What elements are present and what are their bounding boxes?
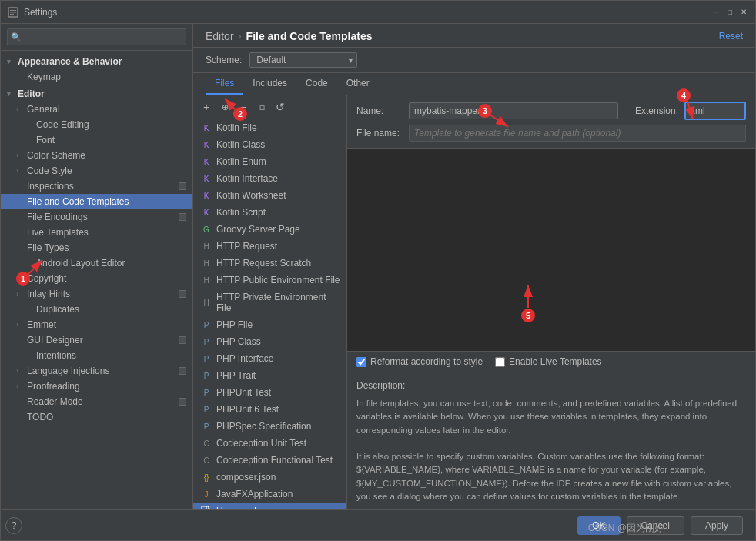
- filename-input[interactable]: [409, 125, 746, 142]
- enable-live-checkbox[interactable]: [495, 357, 505, 367]
- minimize-button[interactable]: ─: [711, 7, 721, 18]
- scheme-select[interactable]: Default Project: [249, 52, 357, 68]
- reformat-checkbox[interactable]: [356, 357, 366, 367]
- list-item[interactable]: G Groovy Server Page: [193, 221, 346, 238]
- tabs-row: Files Includes Code Other: [193, 73, 755, 95]
- sidebar-item-language-injections[interactable]: Language Injections: [1, 363, 192, 379]
- window-title: Settings: [24, 7, 711, 18]
- sidebar-item-file-code-templates[interactable]: File and Code Templates: [1, 194, 192, 209]
- list-item[interactable]: H HTTP Public Environment File: [193, 272, 346, 289]
- list-item-unnamed[interactable]: Unnamed: [193, 503, 346, 509]
- copy-template-button[interactable]: ⊕: [216, 99, 233, 115]
- list-item[interactable]: C Codeception Unit Test: [193, 435, 346, 452]
- sidebar: 🔍 Appearance & Behavior Keymap Editor: [1, 24, 193, 509]
- name-input[interactable]: [409, 102, 618, 119]
- sidebar-item-file-encodings[interactable]: File Encodings: [1, 209, 192, 225]
- help-button[interactable]: ?: [5, 517, 22, 534]
- list-item[interactable]: P PHPUnit Test: [193, 384, 346, 401]
- sidebar-item-proofreading[interactable]: Proofreading: [1, 379, 192, 394]
- sidebar-item-general[interactable]: General: [1, 102, 192, 117]
- reformat-checkbox-label[interactable]: Reformat according to style: [356, 356, 483, 367]
- editor-options: Reformat according to style Enable Live …: [347, 351, 755, 372]
- list-item[interactable]: P PHPSpec Specification: [193, 418, 346, 435]
- tab-files[interactable]: Files: [206, 73, 243, 95]
- filename-label: File name:: [356, 128, 403, 139]
- sidebar-item-duplicates[interactable]: Duplicates: [1, 302, 192, 317]
- sidebar-item-file-types[interactable]: File Types: [1, 240, 192, 255]
- expand-arrow: [16, 275, 24, 282]
- description-title: Description:: [356, 379, 746, 392]
- code-editor[interactable]: [347, 149, 755, 351]
- list-item[interactable]: H HTTP Request Scratch: [193, 255, 346, 272]
- breadcrumb-current: File and Code Templates: [246, 30, 373, 42]
- list-item[interactable]: K Kotlin Class: [193, 136, 346, 153]
- reset-template-button[interactable]: ↺: [272, 99, 289, 115]
- list-item[interactable]: H HTTP Private Environment File: [193, 289, 346, 316]
- description-panel: Description: In file templates, you can …: [347, 372, 755, 509]
- sidebar-label: Intentions: [36, 350, 76, 361]
- sidebar-item-editor[interactable]: Editor: [1, 86, 192, 102]
- list-item[interactable]: P PHPUnit 6 Test: [193, 401, 346, 418]
- list-item[interactable]: K Kotlin Interface: [193, 170, 346, 187]
- sidebar-item-font[interactable]: Font: [1, 132, 192, 148]
- sidebar-item-android-layout[interactable]: Android Layout Editor: [1, 255, 192, 271]
- template-name: JavaFXApplication: [216, 489, 293, 499]
- sidebar-item-copyright[interactable]: Copyright: [1, 271, 192, 286]
- list-item[interactable]: H HTTP Request: [193, 238, 346, 255]
- copy2-template-button[interactable]: ⧉: [253, 99, 270, 115]
- list-item[interactable]: P PHP Class: [193, 333, 346, 350]
- sidebar-item-keymap[interactable]: Keymap: [1, 69, 192, 85]
- sidebar-item-code-editing[interactable]: Code Editing: [1, 117, 192, 132]
- template-name: PHPUnit Test: [216, 387, 271, 398]
- sidebar-item-appearance[interactable]: Appearance & Behavior: [1, 54, 192, 69]
- cancel-button[interactable]: Cancel: [627, 516, 684, 535]
- sidebar-item-gui-designer[interactable]: GUI Designer: [1, 332, 192, 348]
- list-item[interactable]: K Kotlin Enum: [193, 153, 346, 170]
- list-item[interactable]: P PHP File: [193, 316, 346, 333]
- list-item[interactable]: K Kotlin Worksheet: [193, 187, 346, 204]
- apply-button[interactable]: Apply: [691, 516, 743, 535]
- sidebar-label: TODO: [27, 412, 53, 422]
- description-text-2: It is also possible to specify custom va…: [356, 450, 746, 503]
- sidebar-item-color-scheme[interactable]: Color Scheme: [1, 148, 192, 163]
- template-name: Kotlin Class: [216, 139, 265, 150]
- expand-arrow: [7, 58, 15, 65]
- list-item[interactable]: K Kotlin File: [193, 119, 346, 136]
- file-icon: P: [201, 387, 212, 398]
- sidebar-item-live-templates[interactable]: Live Templates: [1, 225, 192, 240]
- file-icon: K: [201, 139, 212, 150]
- file-icon: P: [201, 421, 212, 432]
- maximize-button[interactable]: □: [724, 7, 735, 18]
- scheme-label: Scheme:: [206, 55, 242, 65]
- search-input[interactable]: [7, 28, 186, 45]
- expand-arrow: [16, 367, 24, 375]
- list-item[interactable]: {} composer.json: [193, 469, 346, 486]
- reset-button[interactable]: Reset: [719, 31, 743, 42]
- sidebar-item-code-style[interactable]: Code Style: [1, 163, 192, 179]
- tab-code[interactable]: Code: [296, 73, 337, 95]
- sidebar-item-inlay-hints[interactable]: Inlay Hints: [1, 286, 192, 302]
- sidebar-item-intentions[interactable]: Intentions: [1, 348, 192, 363]
- sidebar-item-todo[interactable]: TODO: [1, 409, 192, 425]
- sidebar-item-inspections[interactable]: Inspections: [1, 179, 192, 194]
- extension-input[interactable]: [684, 102, 746, 120]
- list-item[interactable]: C Codeception Functional Test: [193, 452, 346, 469]
- sidebar-tree: Appearance & Behavior Keymap Editor Gene…: [1, 51, 192, 509]
- ok-button[interactable]: OK: [577, 516, 620, 535]
- sidebar-item-reader-mode[interactable]: Reader Mode: [1, 394, 192, 409]
- reformat-label: Reformat according to style: [370, 356, 483, 367]
- breadcrumb-separator: ›: [239, 31, 242, 42]
- list-item[interactable]: J JavaFXApplication: [193, 486, 346, 503]
- add-template-button[interactable]: +: [198, 99, 215, 115]
- tab-other[interactable]: Other: [337, 73, 379, 95]
- tab-includes[interactable]: Includes: [243, 73, 296, 95]
- close-button[interactable]: ✕: [738, 7, 749, 18]
- list-item[interactable]: P PHP Trait: [193, 367, 346, 384]
- list-item[interactable]: K Kotlin Script: [193, 204, 346, 221]
- sidebar-item-emmet[interactable]: Emmet: [1, 317, 192, 332]
- list-item[interactable]: P PHP Interface: [193, 350, 346, 367]
- enable-live-checkbox-label[interactable]: Enable Live Templates: [495, 356, 602, 367]
- file-icon: P: [201, 336, 212, 347]
- template-name: Kotlin Enum: [216, 156, 266, 167]
- remove-template-button[interactable]: −: [235, 99, 252, 115]
